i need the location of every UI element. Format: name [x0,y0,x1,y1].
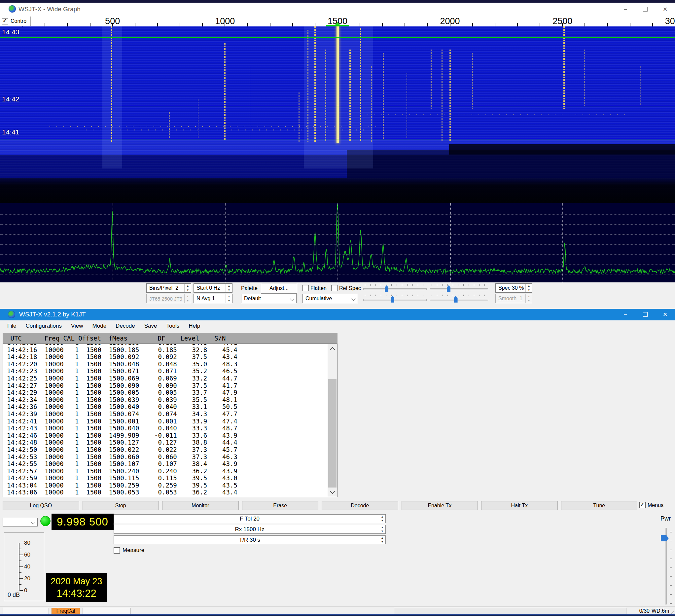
scale-tick [495,23,495,26]
decode-button[interactable]: Decode [322,501,398,510]
frequency-display: 9.998 500 [52,514,114,530]
signal-streak [314,26,316,142]
rx-level-meter: 0 dB 806040200 [4,533,44,601]
stop-button[interactable]: Stop [83,501,159,510]
menu-decode[interactable]: Decode [111,320,140,332]
menu-configurations[interactable]: Configurations [21,320,66,332]
waterfall-slider[interactable] [430,294,488,304]
flatten-label: Flatten [310,285,326,291]
minimize-icon[interactable]: – [615,308,635,321]
meter-minor-tick [19,549,21,549]
waterfall-display[interactable]: 14:4314:4214:41 [0,26,675,203]
palette-label: Palette [241,285,257,291]
signal-streak [299,92,300,142]
waterfall-time-label: 14:42 [2,95,19,103]
signal-streak [325,50,326,142]
waterfall-time-label: 14:41 [2,128,19,136]
rx-spinner[interactable]: Rx 1500 Hz ▲▼ [114,525,386,534]
spectrum-hgridline [0,234,675,235]
display-mode-dropdown[interactable]: Cumulative [302,294,358,303]
n-avg-spinbox[interactable]: N Avg 1 ▲▼ [194,294,232,303]
chevron-down-icon [290,296,294,301]
spectrum-vgridline [562,203,563,282]
scroll-up-button[interactable] [327,344,337,353]
spin-arrows-icon[interactable]: ▲▼ [379,515,385,523]
maximize-icon[interactable] [635,308,655,321]
menus-label: Menus [648,502,663,508]
pwr-slider-tick [670,532,672,533]
band-combobox[interactable] [3,518,38,527]
wide-graph-title: WSJT-X - Wide Graph [18,6,81,13]
waterfall-slider[interactable] [363,294,427,304]
erase-button[interactable]: Erase [242,501,319,510]
waterfall-slider[interactable] [363,283,427,293]
waterfall-slider[interactable] [430,283,488,293]
maximize-icon[interactable] [635,3,655,16]
spec-percent-spinbox[interactable]: Spec 30 % ▲▼ [495,283,532,293]
scroll-down-button[interactable] [327,487,337,497]
spin-arrows-icon[interactable]: ▲▼ [525,284,532,292]
slider-ticks-icon [365,284,425,286]
bins-pixel-spinbox[interactable]: Bins/Pixel 2 ▲▼ [146,283,191,293]
monitor-button[interactable]: Monitor [162,501,239,510]
ref-spec-checkbox[interactable] [331,285,338,291]
menu-save[interactable]: Save [140,320,162,332]
slider-ticks-icon [432,284,486,286]
menu-file[interactable]: File [3,320,21,332]
controls-checkbox[interactable]: ✓ [2,18,8,24]
adjust-button[interactable]: Adjust... [261,283,297,294]
wide-graph-window-controls: – ✕ [615,3,675,16]
table-scrollbar[interactable] [327,344,337,497]
resize-grip-icon[interactable] [669,609,674,615]
signal-streak [250,66,250,139]
rx-marker-triangle-icon [335,22,340,25]
controls-toggle[interactable]: ✓ Contro [0,16,31,26]
freqcal-table[interactable]: 14:42:13 10000 1 1500 1500.106 0.106 34.… [3,344,338,497]
spin-arrows-icon[interactable]: ▲▼ [379,536,385,544]
spin-arrows-icon[interactable]: ▲▼ [184,284,191,292]
pwr-slider-tick [670,541,672,541]
pwr-slider-tick [670,567,672,568]
action-button-row: Log QSOStopMonitorEraseDecodeEnable TxHa… [3,501,638,510]
frequency-scale[interactable]: 50010001500200025003000 [0,16,675,27]
log-qso-button[interactable]: Log QSO [3,501,79,510]
ftol-spinner[interactable]: F Tol 20 ▲▼ [114,514,386,523]
scale-label: 3000 [652,16,675,26]
slider-handle[interactable] [391,296,394,302]
spectrum-vgridline [225,203,226,282]
pwr-slider-handle[interactable] [661,535,669,541]
halt-tx-button[interactable]: Halt Tx [481,501,558,510]
slider-handle[interactable] [385,285,388,292]
menu-bar: FileConfigurationsViewModeDecodeSaveTool… [0,320,675,332]
flatten-checkbox[interactable] [302,285,309,291]
status-field-1 [3,608,49,614]
period-scanline [0,139,675,139]
menu-tools[interactable]: Tools [161,320,184,332]
spin-arrows-icon[interactable]: ▲▼ [379,525,385,533]
enable-tx-button[interactable]: Enable Tx [401,501,478,510]
pwr-slider-tick [670,576,672,577]
close-icon[interactable]: ✕ [655,3,675,16]
check-icon: ✓ [3,17,7,24]
palette-dropdown[interactable]: Default [241,294,297,303]
chevron-down-icon [330,488,335,494]
menu-help[interactable]: Help [184,320,205,332]
slider-handle[interactable] [454,296,458,302]
spectrum-plot[interactable] [0,203,675,282]
minimize-icon[interactable]: – [615,3,635,16]
menus-checkbox[interactable]: ✓ [639,502,646,508]
slider-handle[interactable] [447,285,450,292]
menu-mode[interactable]: Mode [88,320,111,332]
close-icon[interactable]: ✕ [655,308,675,321]
signal-streak [111,26,112,142]
spin-arrows-icon[interactable]: ▲▼ [226,284,232,292]
scrollbar-thumb[interactable] [328,379,336,487]
measure-checkbox[interactable] [114,547,120,554]
measure-toggle[interactable]: Measure [114,547,144,554]
tr-period-spinner[interactable]: T/R 30 s ▲▼ [114,535,386,544]
menus-toggle[interactable]: ✓ Menus [639,502,663,508]
spin-arrows-icon[interactable]: ▲▼ [226,294,232,303]
start-hz-spinbox[interactable]: Start 0 Hz ▲▼ [194,283,232,293]
tune-button[interactable]: Tune [561,501,638,510]
menu-view[interactable]: View [66,320,88,332]
